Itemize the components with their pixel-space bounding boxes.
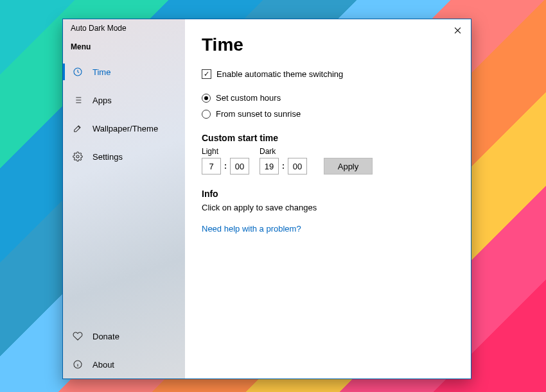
sidebar-item-label: Apps — [92, 96, 112, 105]
sidebar-item-label: About — [92, 360, 114, 370]
info-icon — [72, 359, 84, 370]
heart-icon — [72, 330, 84, 342]
window-title: Auto Dark Mode — [63, 19, 185, 38]
sidebar-item-donate[interactable]: Donate — [63, 322, 185, 350]
colon: : — [281, 165, 285, 167]
time-row: Light : Dark : Apply — [202, 147, 454, 175]
dark-time-group: Dark : — [260, 147, 307, 175]
menu-header: Menu — [63, 38, 185, 58]
edit-icon — [72, 123, 84, 134]
nav-bottom: Donate About — [63, 322, 185, 379]
custom-start-title: Custom start time — [202, 133, 454, 143]
dark-label: Dark — [260, 147, 307, 156]
radio-sunset[interactable] — [202, 110, 211, 119]
info-title: Info — [202, 189, 454, 199]
radio-custom[interactable] — [202, 94, 211, 103]
app-window: Auto Dark Mode Menu Time Apps — [62, 19, 471, 379]
help-link[interactable]: Need help with a problem? — [202, 224, 301, 234]
sidebar-item-label: Time — [92, 67, 110, 77]
page-title: Time — [202, 35, 454, 55]
sidebar-item-about[interactable]: About — [63, 350, 185, 379]
sidebar-item-label: Donate — [92, 332, 119, 341]
info-text: Click on apply to save changes — [202, 203, 454, 212]
sidebar: Auto Dark Mode Menu Time Apps — [63, 19, 185, 379]
dark-min-input[interactable] — [288, 158, 307, 175]
light-min-input[interactable] — [230, 158, 249, 175]
svg-point-1 — [76, 155, 79, 158]
sidebar-item-label: Wallpaper/Theme — [92, 124, 158, 133]
enable-checkbox-label: Enable automatic theme switching — [216, 69, 343, 79]
light-hour-input[interactable] — [202, 158, 221, 175]
dark-hour-input[interactable] — [260, 158, 279, 175]
sidebar-item-settings[interactable]: Settings — [63, 142, 185, 171]
light-time-group: Light : — [202, 147, 249, 175]
close-button[interactable] — [449, 23, 466, 37]
light-label: Light — [202, 147, 249, 156]
sidebar-item-wallpaper[interactable]: Wallpaper/Theme — [63, 114, 185, 142]
radio-custom-hours[interactable]: Set custom hours — [202, 93, 454, 103]
sidebar-item-apps[interactable]: Apps — [63, 86, 185, 114]
sidebar-item-label: Settings — [92, 152, 123, 162]
clock-icon — [72, 66, 84, 78]
apply-button[interactable]: Apply — [324, 158, 373, 175]
enable-switching-row[interactable]: ✓ Enable automatic theme switching — [202, 69, 454, 79]
enable-checkbox[interactable]: ✓ — [202, 69, 211, 79]
colon: : — [224, 165, 227, 167]
nav-primary: Time Apps Wallpaper/Theme — [63, 58, 185, 379]
radio-sunset-sunrise[interactable]: From sunset to sunrise — [202, 109, 454, 119]
radio-sunset-label: From sunset to sunrise — [216, 109, 301, 119]
sidebar-item-time[interactable]: Time — [63, 58, 185, 86]
radio-custom-label: Set custom hours — [216, 93, 281, 103]
close-icon — [454, 27, 461, 34]
list-icon — [72, 94, 84, 106]
main-content: Time ✓ Enable automatic theme switching … — [185, 19, 471, 379]
gear-icon — [72, 151, 84, 162]
